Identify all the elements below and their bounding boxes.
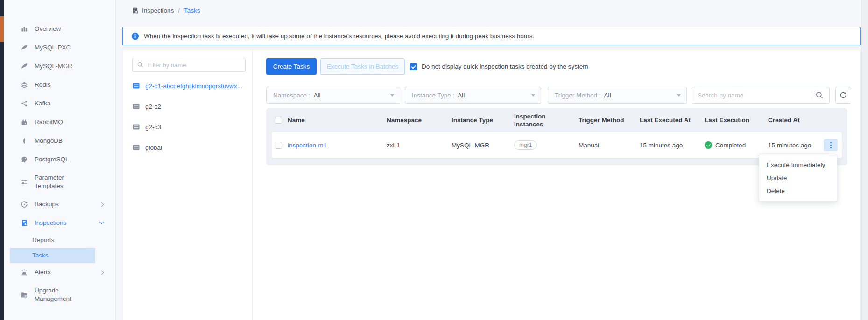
content-card: g2-c1-abcdefghijklmnopqrstuvwx... g2-c2 … <box>122 50 861 320</box>
server-icon <box>132 144 140 151</box>
search-icon[interactable] <box>815 91 824 99</box>
cluster-filter-input[interactable] <box>132 58 246 72</box>
sidebar-item-mongodb[interactable]: MongoDB <box>4 132 115 150</box>
sliders-icon <box>21 178 28 186</box>
server-icon <box>132 123 140 131</box>
sidebar-item-backups[interactable]: Backups <box>4 195 115 214</box>
create-tasks-button[interactable]: Create Tasks <box>266 58 317 75</box>
refresh-button[interactable] <box>835 87 851 104</box>
chevron-right-icon <box>99 270 104 275</box>
bar-chart-icon <box>21 25 28 33</box>
column-header-instance-type: Instance Type <box>452 116 514 124</box>
kebab-menu-icon <box>830 142 832 143</box>
folder-gear-icon <box>21 291 28 299</box>
server-icon <box>132 103 140 110</box>
dolphin-icon <box>21 44 28 51</box>
sidebar-item-mysql-pxc[interactable]: MySQL-PXC <box>4 38 115 57</box>
nodes-icon <box>21 100 28 107</box>
breadcrumb-section[interactable]: Inspections <box>142 7 174 14</box>
caret-down-icon <box>677 94 681 97</box>
column-header-last-executed-at: Last Executed At <box>640 116 705 124</box>
sidebar-item-inspections[interactable]: Inspections <box>4 214 115 232</box>
cluster-item-g2-c2[interactable]: g2-c2 <box>132 96 252 117</box>
cell-instance-type: MySQL-MGR <box>452 142 514 149</box>
alarm-icon <box>21 269 28 276</box>
task-name-link[interactable]: inspection-m1 <box>288 142 327 149</box>
search-icon <box>137 61 144 68</box>
sidebar-item-kafka[interactable]: Kafka <box>4 94 115 113</box>
sidebar-item-overview[interactable]: Overview <box>4 20 115 38</box>
table-header: Name Namespace Instance Type Inspection … <box>266 108 847 132</box>
info-icon <box>131 32 139 40</box>
cluster-panel: g2-c1-abcdefghijklmnopqrstuvwx... g2-c2 … <box>123 50 253 320</box>
select-all-checkbox[interactable] <box>275 117 282 124</box>
sidebar-item-postgresql[interactable]: PostgreSQL <box>4 150 115 169</box>
hide-system-tasks-checkbox[interactable] <box>410 63 417 70</box>
column-header-inspection-instances: Inspection Instances <box>514 112 579 128</box>
caret-down-icon <box>390 94 394 97</box>
cell-trigger-method: Manual <box>579 142 640 149</box>
backup-icon <box>21 201 28 208</box>
row-checkbox[interactable] <box>275 142 282 149</box>
sidebar-item-parameter-templates[interactable]: Parameter Templates <box>4 169 115 195</box>
column-header-namespace: Namespace <box>387 116 452 124</box>
menu-item-delete[interactable]: Delete <box>759 184 837 197</box>
cell-last-executed-at: 15 minutes ago <box>640 142 705 149</box>
inspection-icon <box>132 7 139 14</box>
sidebar-item-tasks[interactable]: Tasks <box>10 248 95 263</box>
status-text: Completed <box>715 142 746 149</box>
column-header-name: Name <box>288 116 387 124</box>
column-header-trigger-method: Trigger Method <box>579 116 640 124</box>
instance-badge: mgr1 <box>514 140 537 150</box>
row-action-menu: Execute Immediately Update Delete <box>759 154 837 202</box>
namespace-select[interactable]: Namespace : All <box>266 87 400 104</box>
rail-accent-bar <box>0 16 4 42</box>
refresh-icon <box>840 91 847 99</box>
app-window: Overview MySQL-PXC MySQL-MGR Redis Kafka… <box>0 0 868 320</box>
sidebar-item-mysql-mgr[interactable]: MySQL-MGR <box>4 57 115 76</box>
input-divider <box>811 91 811 99</box>
sidebar-item-redis[interactable]: Redis <box>4 76 115 94</box>
instance-type-select[interactable]: Instance Type : All <box>405 87 541 104</box>
cluster-item-g2-c3[interactable]: g2-c3 <box>132 117 252 137</box>
cell-created-at: 15 minutes ago <box>768 142 824 149</box>
menu-item-execute-immediately[interactable]: Execute Immediately <box>759 158 837 171</box>
banner-text: When the inspection task is executed, it… <box>144 33 534 40</box>
breadcrumb: Inspections / Tasks <box>132 5 200 15</box>
cell-namespace: zxl-1 <box>387 142 452 149</box>
column-header-created-at: Created At <box>768 116 824 124</box>
vertical-scrollbar[interactable] <box>861 0 868 320</box>
hide-system-tasks-label: Do not display quick inspection tasks cr… <box>422 63 588 70</box>
filter-row: Namespace : All Instance Type : All Trig… <box>266 87 851 104</box>
breadcrumb-current[interactable]: Tasks <box>184 7 200 14</box>
cell-last-execution: Completed <box>705 141 768 149</box>
caret-down-icon <box>531 94 535 97</box>
column-header-last-execution: Last Execution <box>705 116 768 124</box>
sidebar-item-alerts[interactable]: Alerts <box>4 263 115 282</box>
check-circle-icon <box>705 141 712 149</box>
execute-batches-button[interactable]: Execute Tasks in Batches <box>320 58 405 75</box>
leaf-icon <box>21 137 28 145</box>
cluster-item-global[interactable]: global <box>132 137 252 158</box>
rabbit-icon <box>21 118 28 126</box>
search-input[interactable] <box>692 87 830 104</box>
dolphin-icon <box>21 63 28 70</box>
menu-item-update[interactable]: Update <box>759 171 837 184</box>
layers-icon <box>21 81 28 89</box>
trigger-method-select[interactable]: Trigger Method : All <box>548 87 687 104</box>
toolbar: Create Tasks Execute Tasks in Batches Do… <box>266 58 588 75</box>
sidebar-item-upgrade-management[interactable]: Upgrade Management <box>4 282 115 308</box>
server-icon <box>132 82 140 90</box>
collapsed-rail <box>0 0 4 320</box>
sidebar-item-rabbitmq[interactable]: RabbitMQ <box>4 113 115 132</box>
chevron-right-icon <box>99 202 104 207</box>
search-box <box>692 87 830 104</box>
breadcrumb-separator: / <box>178 7 180 14</box>
cluster-item-g2-c1[interactable]: g2-c1-abcdefghijklmnopqrstuvwx... <box>132 76 252 96</box>
row-actions-button[interactable] <box>824 139 838 151</box>
table-row: inspection-m1 zxl-1 MySQL-MGR mgr1 Manua… <box>272 132 842 158</box>
inspection-icon <box>21 219 28 227</box>
sidebar: Overview MySQL-PXC MySQL-MGR Redis Kafka… <box>4 0 116 320</box>
chevron-down-icon <box>99 220 104 224</box>
sidebar-item-reports[interactable]: Reports <box>4 232 115 248</box>
